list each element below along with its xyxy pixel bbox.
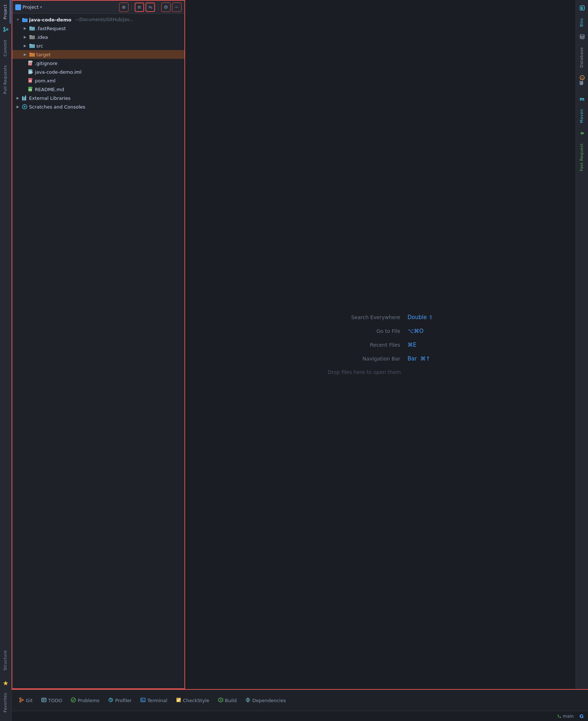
tree-label-external-libs: External Libraries <box>29 95 70 101</box>
project-panel-header: Project ▾ ⊕ ≡ ≒ ⚙ − <box>12 1 184 14</box>
file-icon-iml: IML <box>28 69 33 75</box>
status-bar: main G <box>12 711 588 721</box>
svg-rect-28 <box>22 96 23 101</box>
root-path: ~/Documents/GitHub/jav... <box>75 17 134 22</box>
folder-icon-src <box>29 43 35 49</box>
right-tab-maven[interactable]: m <box>578 94 587 103</box>
right-tab-database[interactable] <box>578 33 587 41</box>
svg-point-0 <box>4 27 5 29</box>
tree-label-src: src <box>36 43 43 49</box>
file-icon-readme: MD <box>28 86 33 92</box>
tree-arrow-src: ▶ <box>23 43 28 48</box>
bottom-tab-git[interactable]: Git <box>15 695 37 706</box>
hint-nav-bar: Navigation Bar Bar ⌘↑ <box>328 355 433 362</box>
hint-search-everywhere: Search Everywhere Double ⇧ <box>328 314 433 321</box>
svg-point-1 <box>4 30 5 32</box>
favorites-star-icon: ★ <box>3 679 8 687</box>
hint-drop-files: Drop files here to open them <box>328 369 433 375</box>
hint-label-file: Go to File <box>328 328 400 334</box>
right-label-bito[interactable]: Bito <box>577 14 587 31</box>
project-dropdown-arrow[interactable]: ▾ <box>40 5 42 9</box>
tree-root[interactable]: ▾ java-code-demo ~/Documents/GitHub/jav.… <box>12 15 184 24</box>
hint-label-search: Search Everywhere <box>328 314 400 320</box>
sidebar-tab-favorites[interactable]: Favorites <box>1 688 11 717</box>
right-tab-bito[interactable]: B <box>578 4 587 12</box>
bottom-tab-checkstyle-label: CheckStyle <box>183 698 209 703</box>
tree-item-scratches[interactable]: ▶ Scratches and Consoles <box>12 102 184 111</box>
tree-item-target[interactable]: ▶ target <box>12 50 184 59</box>
hint-key-recent: ⌘E <box>408 342 416 348</box>
folder-icon-idea <box>29 34 35 40</box>
problems-icon <box>71 697 76 704</box>
svg-line-42 <box>21 700 22 701</box>
root-label: java-code-demo <box>29 17 72 23</box>
svg-point-54 <box>247 699 249 701</box>
tree-item-fastRequest[interactable]: ▶ .fastRequest <box>12 24 184 33</box>
tree-arrow-scratches: ▶ <box>15 104 20 109</box>
right-tab-custom[interactable]: ㊙ <box>578 73 587 82</box>
file-icon-external-libs <box>22 95 28 101</box>
tree-item-idea[interactable]: ▶ .idea <box>12 33 184 41</box>
right-label-maven[interactable]: Maven <box>577 105 587 127</box>
bottom-tab-problems[interactable]: Problems <box>66 695 104 706</box>
bottom-tab-problems-label: Problems <box>78 698 99 703</box>
sidebar-tab-project[interactable]: Project <box>1 0 11 24</box>
svg-rect-8 <box>22 18 24 19</box>
sidebar-tab-pull-requests[interactable]: Pull Requests <box>1 61 11 98</box>
checkstyle-icon <box>176 697 181 704</box>
svg-rect-16 <box>29 53 32 54</box>
bottom-tab-checkstyle[interactable]: CheckStyle <box>172 695 214 706</box>
branch-name: main <box>563 714 574 719</box>
git-icon <box>19 697 24 704</box>
bottom-tab-dependencies[interactable]: Dependencies <box>241 695 290 706</box>
tree-label-scratches: Scratches and Consoles <box>29 104 85 110</box>
bottom-tab-profiler[interactable]: Profiler <box>104 695 136 706</box>
tree-arrow-external-libs: ▶ <box>15 95 20 101</box>
tree-label-target: target <box>36 52 51 57</box>
bottom-tab-dependencies-label: Dependencies <box>252 698 286 703</box>
tree-label-idea: .idea <box>36 34 48 40</box>
right-tab-fast-request[interactable] <box>578 129 587 138</box>
svg-point-32 <box>24 106 25 107</box>
bottom-bar: Git TODO Problems <box>12 689 588 711</box>
status-branch[interactable]: main <box>557 714 574 719</box>
minimize-button[interactable]: − <box>172 3 181 12</box>
tree-item-iml[interactable]: IML java-code-demo.iml <box>12 68 184 76</box>
right-label-custom[interactable]: 仁爱文献 <box>577 83 587 93</box>
bottom-tab-terminal[interactable]: Terminal <box>136 695 172 706</box>
terminal-icon <box>140 697 146 704</box>
collapse-all-button[interactable]: ≡ <box>135 3 144 12</box>
profiler-icon <box>108 697 113 704</box>
bottom-tab-build[interactable]: ⚒ Build <box>214 695 241 706</box>
right-label-fast-request[interactable]: Fast Request <box>577 139 587 175</box>
tree-arrow-target: ▶ <box>23 52 28 57</box>
tree-item-src[interactable]: ▶ src <box>12 41 184 50</box>
hint-key-search: Double ⇧ <box>408 314 433 321</box>
svg-point-39 <box>20 701 21 702</box>
svg-rect-52 <box>176 698 181 702</box>
editor-area: Search Everywhere Double ⇧ Go to File ⌥⌘… <box>185 0 576 689</box>
bottom-tab-build-label: Build <box>225 698 237 703</box>
expand-all-button[interactable]: ≒ <box>146 3 155 12</box>
tree-item-pom[interactable]: m pom.xml <box>12 76 184 85</box>
settings-button[interactable]: ⚙ <box>161 3 171 12</box>
svg-point-2 <box>7 29 8 30</box>
hint-key-file: ⌥⌘O <box>408 328 424 334</box>
hint-go-to-file: Go to File ⌥⌘O <box>328 328 433 334</box>
bottom-tab-todo[interactable]: TODO <box>37 695 66 706</box>
locate-file-button[interactable]: ⊕ <box>119 3 128 12</box>
file-icon-gitignore <box>28 60 33 66</box>
root-arrow: ▾ <box>15 17 20 22</box>
sidebar-tab-structure[interactable]: Structure <box>1 646 11 675</box>
sidebar-icon-vcs[interactable] <box>1 24 11 34</box>
tree-item-external-libs[interactable]: ▶ External Libraries <box>12 94 184 102</box>
sidebar-tab-commit[interactable]: Commit <box>1 35 11 61</box>
bottom-tab-todo-label: TODO <box>48 698 62 703</box>
tree-label-iml: java-code-demo.iml <box>35 69 82 75</box>
svg-rect-5 <box>16 6 20 9</box>
status-google[interactable]: G <box>580 713 584 719</box>
tree-item-readme[interactable]: MD README.md <box>12 85 184 94</box>
tree-item-gitignore[interactable]: .gitignore <box>12 59 184 68</box>
root-folder-icon <box>22 17 28 23</box>
right-label-database[interactable]: Database <box>577 43 587 72</box>
